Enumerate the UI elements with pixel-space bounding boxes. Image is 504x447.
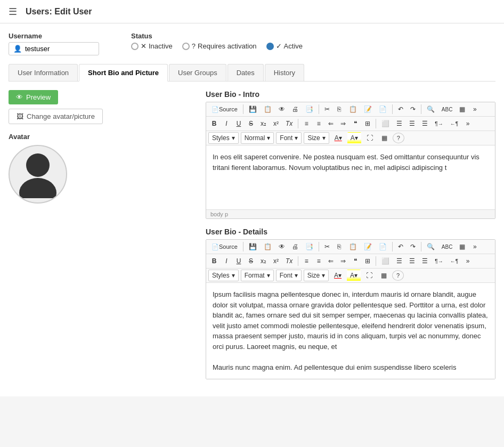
spell-btn-details[interactable]: ABC (438, 241, 456, 253)
copy-btn-details[interactable]: ⎘ (334, 241, 345, 253)
new-btn-details[interactable]: 📋 (261, 241, 275, 253)
radio-inactive[interactable] (131, 43, 139, 50)
bg-color-btn-intro[interactable]: A▾ (347, 132, 361, 144)
font-color-btn-intro[interactable]: A▾ (331, 132, 345, 144)
strike-btn-details[interactable]: S (245, 255, 257, 267)
tab-history[interactable]: History (265, 64, 304, 81)
quote-btn-intro[interactable]: ❝ (349, 118, 361, 129)
username-input[interactable] (25, 45, 94, 53)
ol-btn-details[interactable]: ≡ (300, 255, 312, 267)
expand-btn-intro[interactable]: ⛶ (363, 132, 376, 144)
hamburger-icon[interactable]: ☰ (9, 6, 17, 18)
help-btn-intro[interactable]: ? (393, 133, 404, 143)
paste-text-btn-intro[interactable]: 📝 (361, 103, 375, 115)
copy-btn-intro[interactable]: ⎘ (334, 103, 345, 115)
paste-btn-details[interactable]: 📋 (346, 241, 360, 253)
print-btn-intro[interactable]: 🖨 (289, 103, 302, 115)
source-btn-intro[interactable]: 📄 Source (208, 103, 241, 115)
italic-btn-details[interactable]: I (221, 255, 232, 267)
editor-intro-body[interactable]: In eos elit saperet convenire. Ne postea… (206, 145, 495, 209)
align-left-btn-details[interactable]: ⬜ (378, 255, 393, 267)
more2-btn-details[interactable]: » (462, 255, 474, 267)
template-btn-details[interactable]: 📑 (302, 241, 316, 253)
sub-btn-intro[interactable]: x₂ (257, 118, 270, 129)
sup-btn-intro[interactable]: x² (270, 118, 282, 129)
italic-btn-intro[interactable]: I (221, 118, 232, 129)
sub-btn-details[interactable]: x₂ (257, 255, 270, 267)
align-left-btn-intro[interactable]: ⬜ (378, 118, 393, 129)
underline-btn-intro[interactable]: U (233, 118, 245, 129)
status-option-inactive[interactable]: ✕ Inactive (131, 42, 173, 50)
find-btn-intro[interactable]: 🔍 (424, 103, 438, 115)
source-btn-details[interactable]: 📄 Source (208, 241, 241, 253)
align-center-btn-intro[interactable]: ☰ (393, 118, 405, 129)
rtl-btn-details[interactable]: ←¶ (447, 255, 461, 267)
blocks-btn-intro[interactable]: ▦ (456, 103, 468, 115)
ol-btn-intro[interactable]: ≡ (300, 118, 312, 129)
save-btn-details[interactable]: 💾 (246, 241, 260, 253)
ul-btn-details[interactable]: ≡ (313, 255, 324, 267)
blocks-btn-details[interactable]: ▦ (456, 241, 468, 253)
size-dropdown-intro[interactable]: Size ▾ (304, 132, 329, 144)
clearformat-btn-intro[interactable]: Tx (282, 118, 296, 129)
format-dropdown-intro[interactable]: Normal ▾ (241, 132, 274, 144)
outdent-btn-intro[interactable]: ⇐ (325, 118, 337, 129)
find-btn-details[interactable]: 🔍 (424, 241, 438, 253)
align-justify-btn-intro[interactable]: ☰ (419, 118, 431, 129)
indent-btn-intro[interactable]: ⇒ (337, 118, 349, 129)
paste-word-btn-details[interactable]: 📄 (376, 241, 390, 253)
spell-btn-intro[interactable]: ABC (438, 103, 456, 115)
ltr-btn-details[interactable]: ¶→ (432, 255, 446, 267)
sup-btn-details[interactable]: x² (270, 255, 282, 267)
redo-btn-intro[interactable]: ↷ (407, 103, 419, 115)
expand-btn-details[interactable]: ⛶ (363, 270, 376, 281)
tab-short-bio[interactable]: Short Bio and Picture (79, 64, 168, 82)
align-center-btn-details[interactable]: ☰ (393, 255, 405, 267)
preview-btn-details[interactable]: 👁 (275, 241, 288, 253)
preview-button[interactable]: 👁 Preview (9, 90, 58, 104)
undo-btn-details[interactable]: ↶ (395, 241, 407, 253)
size-dropdown-details[interactable]: Size ▾ (304, 270, 329, 281)
tab-user-groups[interactable]: User Groups (169, 64, 226, 81)
styles-dropdown-intro[interactable]: Styles ▾ (208, 132, 239, 144)
more2-btn-intro[interactable]: » (462, 118, 474, 129)
cut-btn-details[interactable]: ✂ (321, 241, 333, 253)
cut-btn-intro[interactable]: ✂ (321, 103, 333, 115)
print-btn-details[interactable]: 🖨 (289, 241, 302, 253)
align-right-btn-intro[interactable]: ☰ (406, 118, 418, 129)
template-btn-intro[interactable]: 📑 (302, 103, 316, 115)
indent-btn-details[interactable]: ⇒ (337, 255, 349, 267)
paste-btn-intro[interactable]: 📋 (346, 103, 360, 115)
rtl-btn-intro[interactable]: ←¶ (447, 118, 461, 129)
ltr-btn-intro[interactable]: ¶→ (432, 118, 446, 129)
align-justify-btn-details[interactable]: ☰ (419, 255, 431, 267)
tab-user-information[interactable]: User Information (9, 64, 78, 81)
outdent-btn-details[interactable]: ⇐ (325, 255, 337, 267)
quote-btn-details[interactable]: ❝ (349, 255, 361, 267)
status-option-requires[interactable]: ? Requires activation (182, 42, 257, 50)
styles-dropdown-details[interactable]: Styles ▾ (208, 270, 239, 281)
font-color-btn-details[interactable]: A▾ (331, 270, 345, 281)
save-btn-intro[interactable]: 💾 (246, 103, 260, 115)
format-dropdown-details[interactable]: Format ▾ (241, 270, 274, 281)
bg-color-btn-details[interactable]: A▾ (347, 270, 361, 281)
change-avatar-button[interactable]: 🖼 Change avatar/picture (9, 109, 103, 124)
div-btn-details[interactable]: ⊞ (362, 255, 373, 267)
ul-btn-intro[interactable]: ≡ (313, 118, 324, 129)
blocks2-btn-details[interactable]: ▦ (378, 270, 390, 281)
help-btn-details[interactable]: ? (392, 270, 404, 281)
editor-details-body[interactable]: Ipsum facilisis magna pellentesque donec… (206, 283, 495, 379)
redo-btn-details[interactable]: ↷ (407, 241, 419, 253)
div-btn-intro[interactable]: ⊞ (362, 118, 373, 129)
font-dropdown-intro[interactable]: Font ▾ (276, 132, 302, 144)
bold-btn-intro[interactable]: B (208, 118, 220, 129)
radio-requires[interactable] (182, 43, 190, 50)
underline-btn-details[interactable]: U (233, 255, 245, 267)
preview-btn-intro[interactable]: 👁 (275, 103, 288, 115)
align-right-btn-details[interactable]: ☰ (406, 255, 418, 267)
status-option-active[interactable]: ✓ Active (266, 42, 303, 50)
blocks2-btn-intro[interactable]: ▦ (378, 132, 391, 144)
clearformat-btn-details[interactable]: Tx (282, 255, 296, 267)
undo-btn-intro[interactable]: ↶ (395, 103, 407, 115)
font-dropdown-details[interactable]: Font ▾ (276, 270, 302, 281)
